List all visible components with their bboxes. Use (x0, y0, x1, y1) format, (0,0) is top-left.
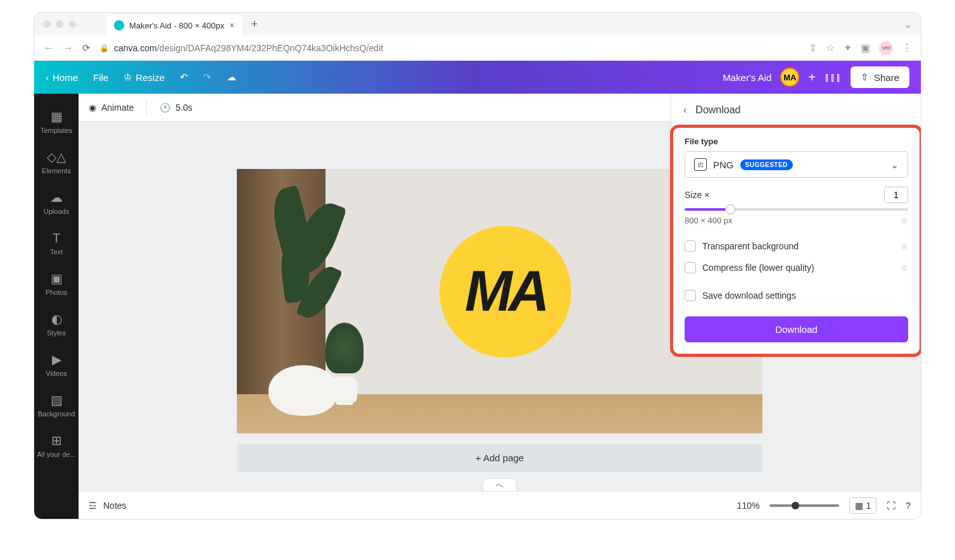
share-icon: ⇧ (861, 72, 869, 83)
filetype-label: File type (685, 137, 908, 146)
duration-button[interactable]: 🕐 5.0s (160, 103, 192, 113)
insights-icon[interactable]: ⫿⫿⫿ (825, 71, 842, 84)
file-button[interactable]: File (93, 72, 108, 83)
undo-button[interactable]: ↶ (180, 72, 188, 83)
canva-favicon-icon (114, 20, 124, 30)
option-label: Compress file (lower quality) (702, 263, 814, 273)
logo-element[interactable]: MA (440, 226, 571, 358)
crown-icon: ♔ (123, 72, 132, 83)
browser-tab[interactable]: Maker's Aid - 800 × 400px × (106, 15, 242, 35)
share-label: Share (874, 72, 899, 83)
forward-button: → (63, 42, 73, 54)
sidebar-icon[interactable]: ▣ (861, 42, 870, 54)
footer-bar: ☲ Notes 110% ▦ 1 ⛶ ? (79, 491, 921, 519)
download-panel: ‹ Download File type ◰ PNG SUGGESTED ⌄ S… (671, 94, 921, 355)
save-settings-option[interactable]: Save download settings (685, 285, 908, 306)
file-label: File (93, 72, 108, 83)
animate-button[interactable]: ◉ Animate (89, 103, 134, 113)
home-button[interactable]: ‹ Home (46, 72, 78, 83)
sidebar-item-elements[interactable]: ◇△Elements (34, 142, 79, 182)
project-name[interactable]: Maker's Aid (723, 72, 771, 83)
help-icon[interactable]: ? (906, 501, 911, 511)
browser-menu-icon[interactable]: ⋮ (902, 42, 912, 54)
filetype-value: PNG (713, 159, 734, 170)
share-icon[interactable]: ⇪ (809, 42, 817, 54)
notes-button[interactable]: ☲ Notes (89, 501, 127, 511)
redo-button: ↷ (203, 72, 212, 83)
duration-label: 5.0s (175, 103, 192, 113)
nav-label: Videos (46, 370, 66, 377)
resize-label: Resize (136, 72, 165, 83)
compress-option[interactable]: Compress file (lower quality) ♔ (685, 257, 908, 278)
fullscreen-icon[interactable]: ⛶ (887, 501, 895, 511)
resize-button[interactable]: ♔ Resize (123, 72, 165, 83)
url-box[interactable]: 🔒 canva.com/design/DAFAq298YM4/232PhEQnQ… (99, 43, 800, 53)
cloud-sync-icon[interactable]: ☁ (227, 72, 236, 83)
maximize-window-icon[interactable] (68, 20, 76, 28)
crown-icon: ♔ (901, 242, 908, 251)
checkbox[interactable] (685, 290, 696, 301)
close-tab-icon[interactable]: × (229, 20, 234, 30)
suggested-badge: SUGGESTED (740, 159, 793, 170)
dimensions-text: 800 × 400 px (685, 216, 733, 225)
nav-label: Styles (47, 329, 66, 337)
logo-text: MA (465, 259, 546, 324)
crown-icon: ♔ (901, 263, 908, 273)
url-host: canva.com (114, 43, 157, 53)
text-icon: T (53, 231, 60, 246)
sidebar-item-templates[interactable]: ▦Templates (34, 101, 79, 142)
image-icon: ◰ (694, 158, 707, 171)
checkbox[interactable] (685, 262, 696, 273)
new-tab-button[interactable]: + (246, 18, 263, 31)
panel-title: Download (695, 104, 740, 116)
home-label: Home (53, 72, 78, 83)
templates-icon: ▦ (51, 109, 63, 124)
sidebar-item-styles[interactable]: ◐Styles (34, 304, 79, 344)
nav-label: Templates (41, 127, 72, 134)
add-page-button[interactable]: + Add page (237, 444, 762, 472)
add-member-button[interactable]: + (808, 70, 816, 85)
collapse-handle[interactable]: ヘ (483, 478, 517, 492)
size-slider[interactable] (685, 208, 908, 211)
sidebar-item-photos[interactable]: ▣Photos (34, 263, 79, 304)
lock-icon: 🔒 (99, 44, 109, 53)
sidebar-item-videos[interactable]: ▶Videos (34, 344, 79, 385)
crown-icon: ♔ (901, 216, 908, 225)
option-label: Transparent background (702, 241, 799, 251)
option-label: Save download settings (702, 290, 796, 301)
checkbox[interactable] (685, 240, 696, 252)
divider (146, 100, 147, 115)
notes-label: Notes (103, 501, 127, 511)
background-icon: ▨ (51, 392, 63, 408)
download-button[interactable]: Download (685, 316, 908, 342)
share-button[interactable]: ⇧ Share (851, 66, 909, 88)
window-expand-icon[interactable]: ⌄ (904, 18, 912, 30)
clock-icon: 🕐 (160, 103, 170, 113)
transparent-bg-option[interactable]: Transparent background ♔ (685, 235, 908, 257)
filetype-dropdown[interactable]: ◰ PNG SUGGESTED ⌄ (685, 151, 908, 178)
user-badge[interactable]: MA (780, 68, 799, 87)
grid-icon: ▦ (855, 501, 863, 511)
profile-avatar[interactable]: 👓 (879, 41, 893, 55)
sidebar-item-allyour[interactable]: ⊞All your de... (34, 425, 79, 466)
animate-label: Animate (101, 103, 134, 113)
minimize-window-icon[interactable] (56, 20, 63, 28)
nav-label: Text (50, 248, 63, 256)
panel-back-button[interactable]: ‹ (683, 104, 686, 116)
app-toolbar: ‹ Home File ♔ Resize ↶ ↷ ☁ Maker's Aid M… (34, 61, 921, 94)
sidebar-item-background[interactable]: ▨Background (34, 385, 79, 425)
extensions-icon[interactable]: ✦ (844, 42, 852, 54)
bookmark-icon[interactable]: ☆ (826, 42, 835, 54)
close-window-icon[interactable] (43, 20, 51, 28)
reload-button[interactable]: ⟳ (82, 42, 91, 54)
sidebar-item-text[interactable]: TText (34, 223, 79, 263)
nav-label: All your de... (37, 451, 75, 458)
styles-icon: ◐ (51, 311, 62, 327)
sidebar-item-uploads[interactable]: ☁Uploads (34, 182, 79, 223)
zoom-slider[interactable] (769, 504, 839, 507)
uploads-icon: ☁ (50, 190, 63, 205)
page-navigator[interactable]: ▦ 1 (849, 497, 876, 514)
address-bar: ← → ⟳ 🔒 canva.com/design/DAFAq298YM4/232… (34, 35, 921, 61)
size-input[interactable] (884, 187, 908, 203)
back-button[interactable]: ← (43, 42, 54, 54)
